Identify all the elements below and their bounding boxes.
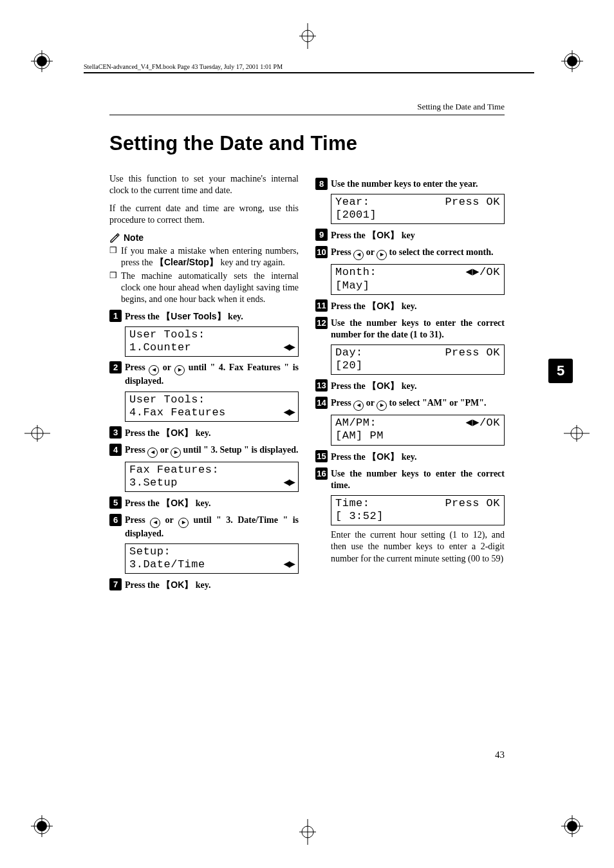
step-number-icon: 8 <box>315 178 328 190</box>
step: 7Press the 【OK】 key. <box>109 579 299 591</box>
step-number-icon: 12 <box>315 317 328 329</box>
crop-mark-icon <box>31 815 53 837</box>
step: 10Press ◂ or ▸ to select the correct mon… <box>315 247 505 260</box>
lcd-display: Fax Features:3.Setup◀▶ <box>125 462 299 492</box>
step-number-icon: 13 <box>315 379 328 392</box>
lcd-display: Setup:3.Date/Time◀▶ <box>125 543 299 574</box>
book-header: StellaCEN-advanced_V4_FM.book Page 43 Tu… <box>84 63 534 73</box>
lcd-display: Time:Press OK[ 3:52] <box>331 495 505 525</box>
crop-mark-icon <box>31 50 53 72</box>
pencil-icon <box>109 232 120 243</box>
step: 1Press the 【User Tools】 key. <box>109 310 299 323</box>
note-label: Note <box>124 232 144 243</box>
lcd-display: Day:Press OK[20] <box>331 344 505 375</box>
note-item: The machine automatically sets the inter… <box>109 270 299 305</box>
lcd-display: Year:Press OK[2001] <box>331 194 505 224</box>
crop-mark-icon <box>564 425 590 442</box>
step: 16Use the number keys to enter the corre… <box>315 468 505 491</box>
page-number: 43 <box>495 750 505 760</box>
step: 6Press ◂ or ▸ until " 3. Date/Time " is … <box>109 514 299 540</box>
step: 2Press ◂ or ▸ until " 4. Fax Features " … <box>109 362 299 387</box>
lcd-display: User Tools:4.Fax Features◀▶ <box>125 392 299 422</box>
step: 15Press the 【OK】 key. <box>315 451 505 463</box>
step: 12Use the number keys to enter the corre… <box>315 317 505 341</box>
step: 8Use the number keys to enter the year. <box>315 178 505 190</box>
step-number-icon: 5 <box>109 496 122 509</box>
step-number-icon: 15 <box>315 450 328 462</box>
crop-mark-icon <box>299 23 316 49</box>
crop-mark-icon <box>561 50 583 72</box>
intro-para-1: Use this function to set your machine's … <box>109 173 299 196</box>
step-number-icon: 6 <box>109 514 122 526</box>
left-column: Use this function to set your machine's … <box>109 173 299 596</box>
note-item: If you make a mistake when entering numb… <box>109 245 299 269</box>
crop-mark-icon <box>24 425 50 442</box>
chapter-tab: 5 <box>548 359 573 383</box>
note-heading: Note <box>109 232 299 243</box>
crop-mark-icon <box>299 819 316 845</box>
step-number-icon: 10 <box>315 246 328 258</box>
step: 9 Press the 【OK】 key <box>315 229 505 241</box>
step-number-icon: 3 <box>109 426 122 439</box>
step: 13Press the 【OK】 key. <box>315 380 505 392</box>
running-head: Setting the Date and Time <box>109 102 505 115</box>
step: 3Press the 【OK】 key. <box>109 427 299 439</box>
step-number-icon: 4 <box>109 444 122 456</box>
lcd-display: User Tools:1.Counter◀▶ <box>125 326 299 357</box>
book-header-text: StellaCEN-advanced_V4_FM.book Page 43 Tu… <box>84 63 283 70</box>
step-number-icon: 11 <box>315 299 328 312</box>
step-number-icon: 2 <box>109 361 122 373</box>
step-number-icon: 16 <box>315 467 328 480</box>
body-text: Enter the current hour setting (1 to 12)… <box>331 529 505 565</box>
note-list: If you make a mistake when entering numb… <box>109 245 299 306</box>
step: 11Press the 【OK】 key. <box>315 300 505 312</box>
lcd-display: AM/PM:◀▶/OK [AM] PM <box>331 415 505 445</box>
step-number-icon: 14 <box>315 397 328 409</box>
step: 14Press ◂ or ▸ to select "AM" or "PM". <box>315 397 505 411</box>
right-column: 8Use the number keys to enter the year.Y… <box>315 173 505 596</box>
lcd-display: Month:◀▶/OK[May] <box>331 264 505 294</box>
step: 5Press the 【OK】 key. <box>109 497 299 509</box>
page-title: Setting the Date and Time <box>109 132 505 155</box>
intro-para-2: If the current date and time are wrong, … <box>109 203 299 226</box>
step-number-icon: 9 <box>315 229 328 241</box>
step-number-icon: 1 <box>109 310 122 322</box>
step: 4Press ◂ or ▸ until " 3. Setup " is disp… <box>109 444 299 458</box>
step-number-icon: 7 <box>109 578 122 590</box>
crop-mark-icon <box>561 815 583 837</box>
